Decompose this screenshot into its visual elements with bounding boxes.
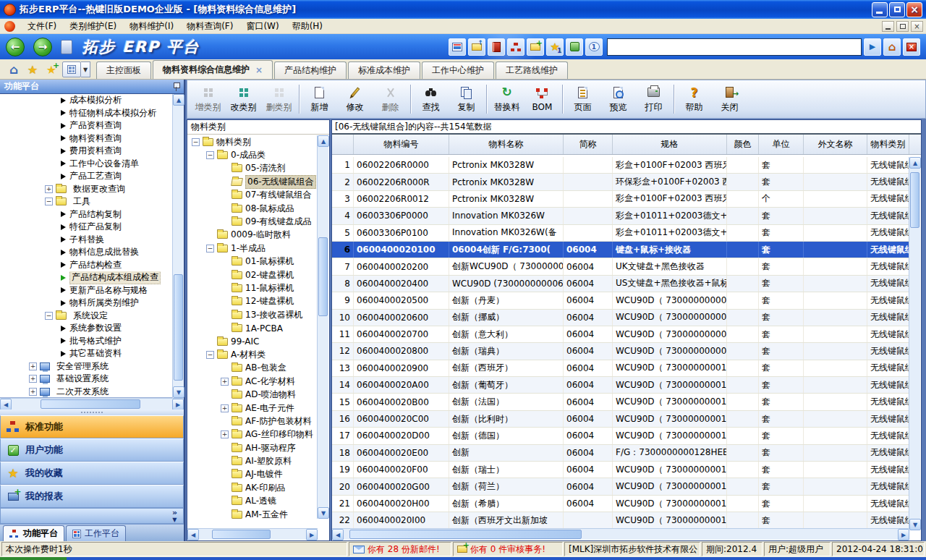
table-row[interactable]: 150600400020B00创新（法国）06004WCU90D（ 730000… xyxy=(332,394,909,410)
close-button[interactable]: × xyxy=(906,2,922,17)
function-tree-item[interactable]: 更新产品名称与规格 xyxy=(0,284,184,297)
column-header[interactable]: 颜色 xyxy=(727,135,759,154)
tile-view-button[interactable] xyxy=(62,61,81,77)
tile-view-dropdown-icon[interactable]: ▼ xyxy=(81,61,90,77)
function-tree-item[interactable]: −工具 xyxy=(0,195,184,208)
category-tree-item[interactable]: AJ-电镀件 xyxy=(187,468,318,481)
function-tree-item[interactable]: 产品结构成本组成检查 xyxy=(0,271,184,284)
toolbar-button-new[interactable]: 新增 xyxy=(302,82,337,116)
category-tree-item[interactable]: 05-清洗剂 xyxy=(187,162,318,175)
category-tree-item[interactable]: +AG-丝印移印物料 xyxy=(187,428,318,441)
category-tree-item[interactable]: 06-无线键鼠组合 xyxy=(187,175,318,188)
table-hscrollbar[interactable]: ◀ ▶ xyxy=(332,528,909,540)
scroll-right-icon[interactable]: ▶ xyxy=(172,399,184,410)
category-tree-item[interactable]: −A-材料类 xyxy=(187,348,318,361)
tab-active[interactable]: 物料资料综合信息维护× xyxy=(153,60,273,79)
function-tree-item[interactable]: 物料信息成批替换 xyxy=(0,246,184,259)
toolbar-button-replace-material[interactable]: ↻替换料 xyxy=(489,82,524,116)
status-mail[interactable]: 你有 28 份新邮件! xyxy=(349,542,451,556)
category-tree-item[interactable]: 99-AIC xyxy=(187,335,318,348)
function-tree-item[interactable]: 产品资料查询 xyxy=(0,119,184,132)
tab-item[interactable]: 标准成本维护 xyxy=(348,61,420,79)
category-tree-item[interactable]: 09-有线键盘成品 xyxy=(187,215,318,228)
function-tree-item[interactable]: +数据更改查询 xyxy=(0,183,184,196)
table-row[interactable]: 210600400020H00创新（希腊）06004WCU90D（ 730000… xyxy=(332,496,909,512)
category-tree-item[interactable]: 12-键盘裸机 xyxy=(187,295,318,308)
message-balloon-icon[interactable]: 1 xyxy=(585,38,603,56)
function-tree-item[interactable]: 子料替换 xyxy=(0,234,184,247)
table-row[interactable]: 200600400020G00创新（荷兰）06004WCU90D（ 730000… xyxy=(332,478,909,495)
add-favorite-icon[interactable]: ★ xyxy=(42,61,61,78)
run-icon[interactable]: ▶ xyxy=(864,38,881,56)
scroll-up-icon[interactable]: ▲ xyxy=(318,135,329,147)
accordion-item[interactable]: 我的报表 xyxy=(0,485,184,508)
toolbar-button-edit-category[interactable]: 改类别 xyxy=(226,82,261,116)
scroll-down-icon[interactable]: ▼ xyxy=(909,519,921,530)
category-tree-item[interactable]: AD-喷油物料 xyxy=(187,388,318,401)
tree-toggle-icon[interactable]: − xyxy=(206,351,214,359)
category-tree-item[interactable]: +AC-化学材料 xyxy=(187,375,318,388)
function-tree-item[interactable]: 产品结构检查 xyxy=(0,259,184,272)
pin-icon[interactable] xyxy=(173,82,179,91)
table-row[interactable]: 100600400020600创新（挪威）06004WCU90D（ 730000… xyxy=(332,310,909,326)
panel-splitter[interactable] xyxy=(0,410,184,415)
category-tree-item[interactable]: 1A-PCBA xyxy=(187,321,318,334)
mdi-restore-button[interactable] xyxy=(896,21,909,32)
table-row[interactable]: 190600400020F00创新（瑞士）06004WCU90D（ 730000… xyxy=(332,462,909,478)
favorites-icon[interactable]: ★ xyxy=(23,61,42,78)
home-icon[interactable]: ⌂ xyxy=(883,38,901,56)
quick-search-input[interactable] xyxy=(607,38,862,56)
orgchart-icon[interactable] xyxy=(507,38,524,56)
column-header[interactable]: 单位 xyxy=(759,135,804,154)
tree-toggle-icon[interactable]: − xyxy=(206,151,214,159)
tree-toggle-icon[interactable]: + xyxy=(29,388,37,396)
toolbar-button-close-window[interactable]: 关闭 xyxy=(712,82,747,116)
category-tree-item[interactable]: −0-成品类 xyxy=(187,148,318,161)
tree-toggle-icon[interactable]: − xyxy=(45,312,53,320)
table-row[interactable]: 160600400020C00创新（比利时）06004WCU90D（ 73000… xyxy=(332,411,909,428)
function-tree-item[interactable]: +安全管理系统 xyxy=(0,360,184,373)
toolbar-button-preview[interactable]: 预览 xyxy=(600,82,636,116)
address-book-icon[interactable] xyxy=(488,38,505,56)
table-vscrollbar[interactable]: ▲ ▼ xyxy=(909,157,920,530)
toolbar-button-page[interactable]: 页面 xyxy=(565,82,600,116)
category-tree-item[interactable]: 01-鼠标裸机 xyxy=(187,255,318,268)
table-row[interactable]: 106002206R0000Pctronix MK0328W彩盒+0100F+0… xyxy=(332,157,909,174)
favorite-one-icon[interactable]: ★ xyxy=(546,38,564,56)
category-tree-item[interactable]: +AE-电子元件 xyxy=(187,402,318,415)
home-tab-icon[interactable]: ⌂ xyxy=(4,61,23,78)
back-icon[interactable]: ← xyxy=(6,38,25,56)
scroll-up-icon[interactable]: ▲ xyxy=(173,94,184,106)
menu-item[interactable]: 帮助(H) xyxy=(286,19,329,34)
table-row[interactable]: 80600400020400WCU90D (730000000006906004… xyxy=(332,276,909,292)
function-tree-item[interactable]: 工作中心设备清单 xyxy=(0,158,184,171)
tree-toggle-icon[interactable]: + xyxy=(45,185,53,193)
table-row[interactable]: 180600400020E00创新06004F/G：7300000000128H… xyxy=(332,445,909,462)
function-tree-item[interactable]: 批号格式维护 xyxy=(0,335,184,348)
menu-item[interactable]: 类别维护(E) xyxy=(63,19,123,34)
toolbar-button-print[interactable]: 打印 xyxy=(636,82,671,116)
column-header[interactable]: 外文名称 xyxy=(804,135,867,154)
table-row[interactable]: 6060040002010006004创新 F/G:7300(06004键盘+鼠… xyxy=(332,242,909,258)
function-tree-item[interactable]: 系统参数设置 xyxy=(0,322,184,335)
table-row[interactable]: 120600400020800创新（瑞典）06004WCU90D（ 730000… xyxy=(332,343,909,360)
category-tree-item[interactable]: AH-驱动程序 xyxy=(187,441,318,454)
table-row[interactable]: 140600400020A00创新（葡萄牙）06004WCU90D（ 73000… xyxy=(332,377,909,394)
table-row[interactable]: 406003306P0000Innovation MK0326W彩盒+01011… xyxy=(332,208,909,224)
category-tree-item[interactable]: AL-透镜 xyxy=(187,495,318,508)
tree-toggle-icon[interactable]: + xyxy=(29,362,37,370)
category-tree-item[interactable]: AF-防护包装材料 xyxy=(187,415,318,428)
function-tree-item[interactable]: +基础设置系统 xyxy=(0,373,184,386)
category-tree-item[interactable]: −物料类别 xyxy=(187,135,318,148)
category-tree-item[interactable]: 07-有线键鼠组合 xyxy=(187,189,318,202)
column-header[interactable]: 物料类别 xyxy=(867,135,909,154)
column-header[interactable]: 物料名称 xyxy=(449,135,564,154)
function-tree-item[interactable]: 产品结构复制 xyxy=(0,208,184,221)
category-tree-item[interactable]: 13-接收器裸机 xyxy=(187,308,318,321)
tab-item[interactable]: 工作中心维护 xyxy=(422,61,494,79)
folder-up-icon[interactable] xyxy=(468,38,485,56)
accordion-active[interactable]: 标准功能 xyxy=(0,415,184,438)
scroll-left-icon[interactable]: ◀ xyxy=(0,399,12,410)
category-tree-item[interactable]: AK-印刷品 xyxy=(187,481,318,494)
mdi-minimize-button[interactable] xyxy=(882,21,894,32)
